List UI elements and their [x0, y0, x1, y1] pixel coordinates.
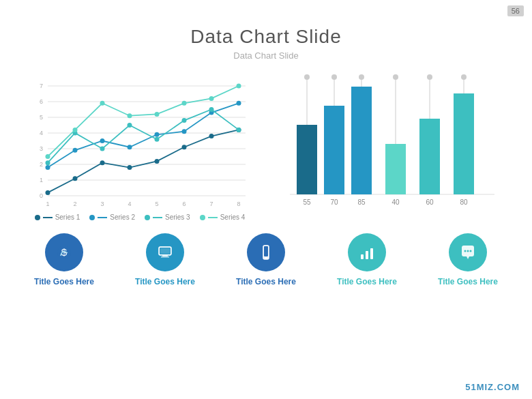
legend-series3: Series 3	[145, 213, 190, 221]
icons-row: $ Title Goes Here Title Goes Here	[0, 233, 532, 288]
icon-item-4: Title Goes Here	[336, 233, 398, 288]
svg-rect-59	[297, 125, 317, 194]
line-chart-panel: 0 1 2 3 4 5 6 7 1 2 3 4 5 6 7 8	[20, 73, 259, 221]
page-number: 56	[507, 5, 524, 16]
svg-point-55	[237, 84, 241, 89]
svg-text:4: 4	[128, 201, 131, 207]
svg-text:5: 5	[155, 201, 158, 207]
line-chart-svg: 0 1 2 3 4 5 6 7 1 2 3 4 5 6 7 8	[20, 73, 259, 209]
svg-point-92	[265, 257, 267, 258]
svg-rect-63	[324, 106, 344, 194]
svg-text:3: 3	[40, 145, 43, 152]
icon-circle-2	[146, 233, 184, 271]
svg-text:7: 7	[40, 83, 43, 89]
svg-text:0: 0	[40, 192, 43, 199]
legend-series4: Series 4	[200, 213, 246, 221]
svg-point-37	[182, 129, 187, 134]
svg-text:40: 40	[391, 198, 400, 206]
svg-text:2: 2	[73, 201, 76, 207]
svg-point-27	[128, 165, 132, 170]
svg-point-58	[304, 74, 310, 80]
svg-text:55: 55	[303, 198, 311, 206]
chart-legend: Series 1 Series 2 Series 3 Series 4	[20, 213, 259, 221]
icon-title-4: Title Goes Here	[337, 277, 397, 288]
svg-point-40	[46, 160, 50, 165]
svg-text:85: 85	[357, 198, 366, 206]
icon-circle-5	[449, 233, 487, 271]
bar-chart-panel: 55 70 85 40 60	[273, 73, 512, 221]
icon-title-3: Title Goes Here	[236, 277, 296, 288]
svg-point-24	[46, 190, 50, 195]
icon-circle-3	[247, 233, 285, 271]
svg-point-52	[155, 112, 160, 117]
svg-point-50	[100, 101, 105, 106]
svg-rect-85	[162, 255, 168, 256]
svg-point-66	[359, 74, 364, 80]
svg-rect-95	[370, 248, 373, 259]
svg-point-32	[46, 165, 50, 170]
bar-chart-svg: 55 70 85 40 60	[273, 73, 512, 209]
svg-text:70: 70	[330, 198, 338, 206]
main-title: Data Chart Slide	[0, 26, 532, 48]
svg-rect-71	[385, 144, 406, 194]
svg-point-28	[155, 159, 160, 164]
svg-rect-91	[264, 246, 268, 256]
svg-point-35	[128, 145, 132, 149]
svg-point-49	[73, 128, 78, 132]
svg-point-96	[464, 250, 467, 252]
icon-item-1: $ Title Goes Here	[33, 233, 95, 288]
svg-text:5: 5	[40, 114, 43, 121]
svg-point-45	[182, 118, 187, 123]
svg-text:2: 2	[40, 161, 43, 168]
svg-text:60: 60	[426, 198, 434, 206]
svg-rect-75	[419, 119, 440, 194]
svg-point-97	[467, 250, 469, 252]
icon-title-2: Title Goes Here	[135, 277, 195, 288]
sub-title: Data Chart Slide	[0, 50, 532, 61]
svg-rect-93	[361, 254, 364, 259]
svg-rect-94	[366, 251, 368, 259]
svg-point-46	[209, 107, 214, 112]
svg-point-54	[209, 96, 214, 101]
svg-point-42	[100, 147, 105, 151]
legend-series1: Series 1	[35, 213, 80, 221]
svg-point-30	[209, 134, 214, 138]
icon-item-2: Title Goes Here	[134, 233, 196, 288]
svg-rect-67	[351, 87, 372, 194]
svg-point-25	[73, 176, 78, 181]
svg-rect-79	[454, 93, 474, 194]
svg-point-62	[331, 74, 337, 80]
svg-text:6: 6	[182, 201, 186, 207]
svg-rect-88	[160, 248, 170, 254]
icon-circle-1: $	[45, 233, 83, 271]
icon-item-5: Title Goes Here	[437, 233, 499, 288]
svg-point-98	[470, 250, 472, 252]
svg-point-34	[100, 138, 105, 143]
icon-item-3: Title Goes Here	[235, 233, 297, 288]
svg-point-26	[100, 160, 105, 165]
svg-point-36	[155, 132, 160, 137]
watermark: 51MIZ.COM	[465, 382, 520, 392]
svg-text:7: 7	[209, 201, 213, 207]
svg-text:1: 1	[40, 177, 43, 183]
legend-series2: Series 2	[89, 213, 135, 221]
svg-point-29	[182, 145, 187, 149]
svg-point-33	[73, 148, 78, 153]
svg-text:80: 80	[460, 198, 468, 206]
svg-text:6: 6	[40, 98, 43, 105]
svg-text:8: 8	[237, 201, 240, 207]
svg-point-44	[155, 137, 160, 142]
svg-point-70	[393, 74, 398, 80]
svg-point-43	[128, 123, 132, 128]
svg-rect-86	[161, 256, 169, 258]
svg-point-78	[461, 74, 467, 80]
svg-point-53	[182, 101, 187, 106]
svg-point-74	[427, 74, 432, 80]
svg-text:3: 3	[100, 201, 104, 207]
svg-point-39	[237, 101, 241, 106]
icon-title-1: Title Goes Here	[34, 277, 94, 288]
svg-point-48	[46, 154, 50, 159]
icon-circle-4	[348, 233, 386, 271]
svg-point-47	[237, 128, 241, 132]
svg-point-51	[128, 113, 132, 118]
